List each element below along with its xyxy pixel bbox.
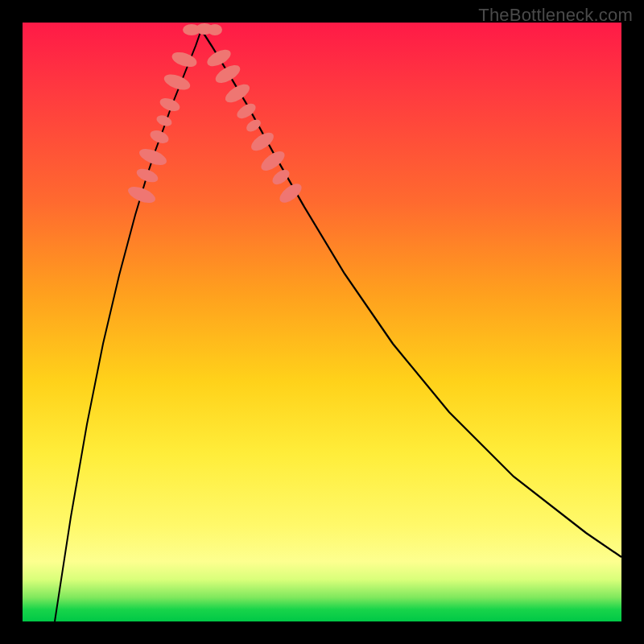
bead-left <box>126 184 157 206</box>
bead-right <box>222 80 252 106</box>
bead-left <box>162 72 192 93</box>
bead-left <box>170 49 198 69</box>
bead-left <box>137 146 168 168</box>
bead-right <box>204 46 233 69</box>
bead-bottom <box>208 24 222 35</box>
plot-area <box>23 23 621 621</box>
outer-frame: TheBottleneck.com <box>0 0 644 644</box>
curve-right-branch <box>201 30 621 557</box>
watermark-text: TheBottleneck.com <box>478 5 633 26</box>
bead-left <box>148 128 170 146</box>
curve-svg <box>23 23 621 621</box>
bead-right <box>244 117 262 134</box>
bead-right <box>270 167 292 188</box>
curve-left-branch <box>55 30 201 621</box>
bead-left <box>134 166 159 184</box>
